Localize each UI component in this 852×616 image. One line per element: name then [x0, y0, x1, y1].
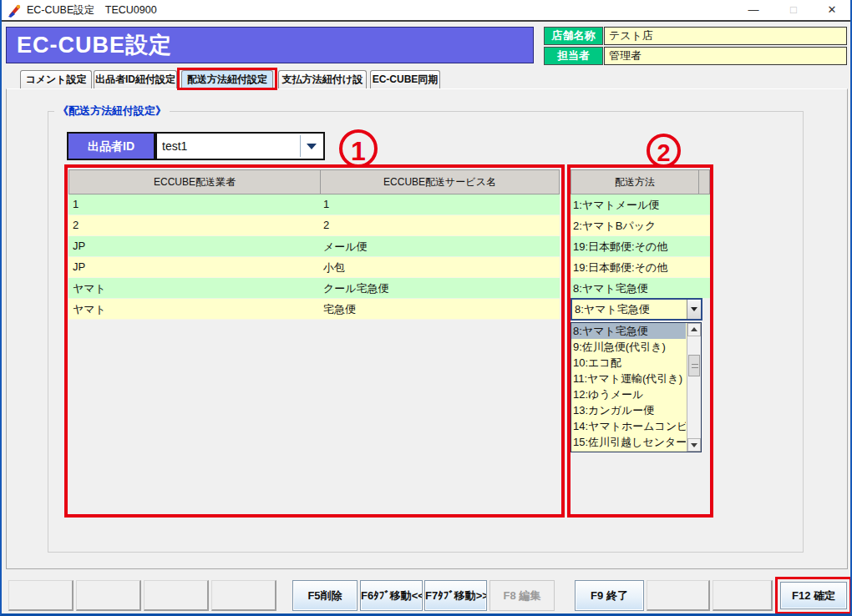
f6-tab-prev-button[interactable]: F6ﾀﾌﾞ移動<< [360, 580, 423, 611]
chevron-down-icon [691, 443, 697, 447]
dropdown-scrollbar[interactable] [687, 323, 701, 452]
method-combobox-value: 8:ヤマト宅急便 [575, 300, 685, 319]
f8-edit-button: F8 編集 [489, 580, 555, 611]
service-cell: メール便 [319, 236, 560, 256]
table-row[interactable]: JP メール便 [68, 236, 560, 257]
method-cell[interactable]: 1:ヤマトメール便 [571, 194, 710, 215]
window-title: EC-CUBE設定 TECU0900 [27, 0, 157, 20]
service-cell: 2 [319, 215, 560, 235]
list-item[interactable]: 9:佐川急便(代引き) [571, 339, 686, 355]
manager-label: 担当者 [544, 47, 603, 65]
list-item[interactable]: 11:ヤマト運輸(代引き) [571, 371, 686, 386]
f5-delete-button[interactable]: F5削除 [292, 580, 358, 611]
list-item[interactable]: 12:ゆうメール [571, 386, 686, 402]
tab-payment-method-mapping[interactable]: 支払方法紐付け設定 [278, 70, 367, 88]
column-header-carrier: ECCUBE配送業者 [69, 170, 321, 194]
tab-comment-settings[interactable]: コメント設定 [20, 70, 92, 88]
title-bar: EC-CUBE設定 TECU0900 — □ ✕ [2, 0, 850, 22]
tab-eccube-sync[interactable]: EC-CUBE同期 [370, 70, 440, 88]
page-banner: EC-CUBE設定 [6, 27, 534, 63]
method-cell[interactable]: 19:日本郵便:その他 [571, 257, 710, 278]
method-dropdown-list: 8:ヤマト宅急便 9:佐川急便(代引き) 10:エコ配 11:ヤマト運輸(代引き… [571, 322, 702, 452]
f9-exit-button[interactable]: F9 終了 [575, 580, 644, 611]
scroll-down-button[interactable] [687, 438, 701, 452]
seller-id-combobox[interactable]: test1 [155, 132, 325, 160]
carrier-cell: JP [68, 257, 319, 277]
method-combobox[interactable]: 8:ヤマト宅急便 [571, 298, 702, 321]
scrollbar-thumb[interactable] [688, 355, 700, 376]
method-cell[interactable]: 8:ヤマト宅急便 [571, 278, 710, 299]
tab-shipping-method-mapping[interactable]: 配送方法紐付設定 [181, 70, 273, 88]
tab-seller-id-mapping[interactable]: 出品者ID紐付設定 [94, 70, 177, 88]
carrier-cell: 1 [68, 194, 319, 215]
list-item[interactable]: 15:佐川引越しセンター [571, 434, 686, 450]
app-icon [8, 3, 23, 18]
table-row[interactable]: 1 1 [68, 194, 560, 215]
close-button[interactable]: ✕ [819, 0, 844, 20]
store-name-value: テスト店 [604, 27, 847, 45]
list-item[interactable]: 8:ヤマト宅急便 [571, 323, 686, 339]
f12-confirm-button[interactable]: F12 確定 [780, 582, 847, 609]
service-cell: 小包 [319, 257, 560, 277]
service-cell: 1 [319, 194, 560, 215]
method-dropdown-button[interactable] [687, 300, 701, 319]
carrier-cell: 2 [68, 215, 319, 235]
footer-placeholder [144, 580, 209, 611]
f7-tab-next-button[interactable]: F7ﾀﾌﾞ移動>> [424, 580, 487, 611]
scroll-up-button[interactable] [687, 323, 701, 336]
annotation-circle-2: 2 [647, 134, 681, 168]
footer-placeholder [713, 580, 773, 611]
groupbox-title: 《配送方法紐付設定》 [54, 105, 170, 117]
table-row[interactable]: ヤマト 宅急便 [68, 299, 560, 320]
table-row[interactable]: 2 2 [68, 215, 560, 236]
service-cell: 宅急便 [319, 299, 560, 319]
scrollbar-grip-icon [692, 364, 698, 368]
footer-placeholder [211, 580, 276, 611]
grid-header-method: 配送方法 [571, 169, 710, 194]
footer-placeholder [647, 580, 710, 611]
method-cell[interactable]: 19:日本郵便:その他 [571, 236, 710, 257]
chevron-down-icon [691, 307, 697, 311]
seller-id-dropdown-button[interactable] [300, 135, 322, 157]
grid-header: ECCUBE配送業者 ECCUBE配送サービス名 [68, 169, 560, 194]
seller-id-label: 出品者ID [67, 132, 155, 160]
manager-value: 管理者 [604, 47, 847, 65]
list-item[interactable]: 14:ヤマトホームコンビニ [571, 418, 686, 434]
carrier-cell: ヤマト [68, 278, 319, 298]
function-key-bar: F5削除 F6ﾀﾌﾞ移動<< F7ﾀﾌﾞ移動>> F8 編集 F9 終了 F12… [2, 575, 850, 614]
annotation-circle-1: 1 [339, 129, 378, 168]
carrier-cell: JP [68, 236, 319, 256]
footer-placeholder [76, 580, 141, 611]
chevron-up-icon [691, 327, 697, 331]
minimize-button[interactable]: — [741, 0, 766, 20]
maximize-button[interactable]: □ [781, 0, 806, 20]
list-item[interactable]: 10:エコ配 [571, 355, 686, 371]
column-header-method: 配送方法 [571, 170, 699, 194]
store-name-label: 店舗名称 [544, 27, 603, 45]
chevron-down-icon [307, 144, 317, 149]
table-row[interactable]: ヤマト クール宅急便 [68, 278, 560, 299]
table-row[interactable]: JP 小包 [68, 257, 560, 278]
footer-placeholder [8, 580, 74, 611]
service-cell: クール宅急便 [319, 278, 560, 298]
carrier-cell: ヤマト [68, 299, 319, 319]
app-window: EC-CUBE設定 TECU0900 — □ ✕ EC-CUBE設定 店舗名称 … [0, 0, 852, 616]
method-cell[interactable]: 2:ヤマトBパック [571, 215, 710, 236]
seller-id-value: test1 [162, 134, 296, 159]
list-item[interactable]: 13:カンガルー便 [571, 402, 686, 418]
column-header-service: ECCUBE配送サービス名 [321, 170, 559, 194]
annotation-box-f12: F12 確定 [775, 577, 852, 614]
page-title: EC-CUBE設定 [17, 28, 172, 63]
column-header-spacer [699, 170, 709, 194]
